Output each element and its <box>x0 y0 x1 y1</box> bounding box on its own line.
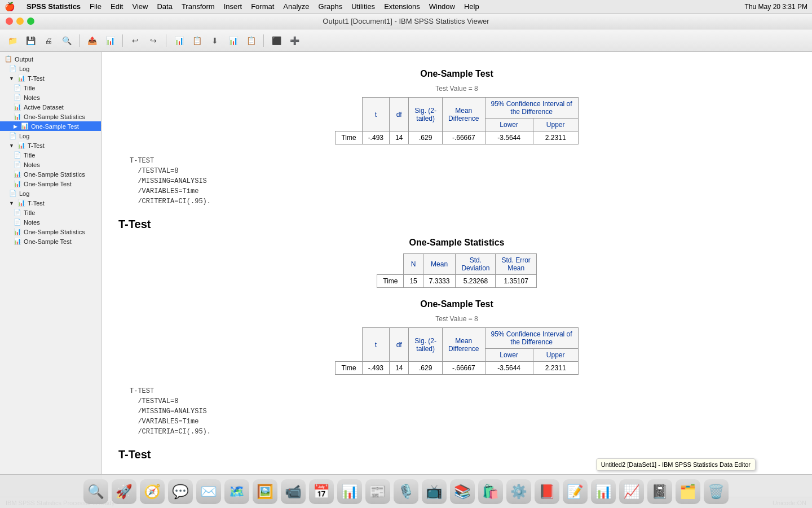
menubar-window[interactable]: Window <box>425 1 460 12</box>
sidebar-item-ttest2[interactable]: ▼ 📊 T-Test <box>0 141 101 150</box>
dock-books[interactable]: 📚 <box>450 479 475 504</box>
dock-trash[interactable]: 🗑️ <box>704 479 729 504</box>
col-lower-2: Lower <box>485 349 533 362</box>
col-std-err: Std. ErrorMean <box>496 254 536 275</box>
promote-button[interactable]: 📊 <box>225 33 241 49</box>
sidebar-title1-label: Title <box>24 85 35 91</box>
sidebar-item-one-sample-test2[interactable]: 📊 One-Sample Test <box>0 179 101 189</box>
sidebar-item-log1[interactable]: 📄 Log <box>0 64 101 73</box>
sidebar-item-ttest1[interactable]: ▼ 📊 T-Test <box>0 73 101 83</box>
cell-lower-1: -3.5644 <box>485 132 533 144</box>
close-button[interactable] <box>6 17 13 25</box>
demote-button[interactable]: 📋 <box>243 33 259 49</box>
sidebar-item-ttest3[interactable]: ▼ 📊 T-Test <box>0 198 101 208</box>
sidebar-notes3-label: Notes <box>24 219 40 226</box>
menubar-transform[interactable]: Transform <box>177 1 219 12</box>
sidebar-item-one-sample-test3[interactable]: 📊 One-Sample Test <box>0 237 101 246</box>
dock-numbers[interactable]: 📊 <box>337 479 362 504</box>
sidebar-item-title2[interactable]: 📄 Title <box>0 150 101 160</box>
sidebar-log1-label: Log <box>19 65 29 72</box>
cell-n: 15 <box>404 275 423 288</box>
menubar-format[interactable]: Format <box>246 1 279 12</box>
content-area[interactable]: ➤ One-Sample Test Test Value = 8 t df Si… <box>102 52 812 497</box>
insert-title-button[interactable]: 📋 <box>189 33 205 49</box>
menubar-extensions[interactable]: Extensions <box>379 1 425 12</box>
one-sample-test-section-1: One-Sample Test Test Value = 8 t df Sig.… <box>118 69 795 144</box>
title2-icon: 📄 <box>14 151 21 159</box>
insert-output-button[interactable]: 📊 <box>171 33 187 49</box>
sidebar-item-output[interactable]: 📋 Output <box>0 54 101 64</box>
sidebar-item-notes3[interactable]: 📄 Notes <box>0 217 101 227</box>
sidebar-item-one-sample-stats1[interactable]: 📊 One-Sample Statistics <box>0 112 101 121</box>
menubar-edit[interactable]: Edit <box>106 1 127 12</box>
sidebar-item-log3[interactable]: 📄 Log <box>0 189 101 198</box>
oss1-icon: 📊 <box>14 113 21 120</box>
maximize-button[interactable] <box>27 17 34 25</box>
sidebar-oss2-label: One-Sample Statistics <box>24 171 85 178</box>
dock-word[interactable]: 📝 <box>563 479 588 504</box>
dock-calendar[interactable]: 📅 <box>309 479 334 504</box>
sidebar-item-title1[interactable]: 📄 Title <box>0 83 101 93</box>
dock-apple-tv[interactable]: 📺 <box>422 479 447 504</box>
ttest3-icon: 📊 <box>17 199 25 207</box>
redo-button[interactable]: ↪ <box>145 33 161 49</box>
dock-safari[interactable]: 🧭 <box>140 479 165 504</box>
select-all-button[interactable]: ⬛ <box>268 33 284 49</box>
one-sample-stats-title: One-Sample Statistics <box>118 238 795 248</box>
sidebar-item-notes2[interactable]: 📄 Notes <box>0 160 101 169</box>
cell-mean-diff-2: -.66667 <box>443 362 485 375</box>
dock-facetime[interactable]: 📹 <box>281 479 306 504</box>
dock-launchpad[interactable]: 🚀 <box>112 479 136 504</box>
sidebar-item-notes1[interactable]: 📄 Notes <box>0 93 101 102</box>
t-test-heading-1: T-Test <box>118 218 795 231</box>
one-sample-test-table-2: t df Sig. (2-tailed) MeanDifference 95% … <box>335 327 578 375</box>
dock-excel[interactable]: 📈 <box>619 479 644 504</box>
separator-1 <box>79 34 80 47</box>
dock-app-store[interactable]: 🛍️ <box>478 479 503 504</box>
sidebar-item-log2[interactable]: 📄 Log <box>0 131 101 141</box>
dock-system-pref[interactable]: ⚙️ <box>506 479 531 504</box>
ttest1-arrow: ▼ <box>9 76 14 81</box>
add-button[interactable]: ➕ <box>286 33 302 49</box>
menubar-right: Thu May 20 3:31 PM <box>745 3 807 11</box>
dock-mail[interactable]: ✉️ <box>196 479 221 504</box>
sidebar-item-one-sample-test1[interactable]: ▶ 📊 One-Sample Test <box>0 121 101 131</box>
menubar-view[interactable]: View <box>127 1 152 12</box>
find-button[interactable]: 🔍 <box>59 33 74 49</box>
menubar-spss[interactable]: SPSS Statistics <box>22 1 85 12</box>
menubar-help[interactable]: Help <box>460 1 484 12</box>
dock-finder[interactable]: 🔍 <box>83 479 108 504</box>
chart-button[interactable]: 📊 <box>102 33 118 49</box>
dock-acrobat[interactable]: 📕 <box>535 479 559 504</box>
sidebar-item-one-sample-stats2[interactable]: 📊 One-Sample Statistics <box>0 169 101 179</box>
dock-maps[interactable]: 🗺️ <box>224 479 249 504</box>
dock-powerpoint[interactable]: 📊 <box>591 479 616 504</box>
apple-menu[interactable]: 🍎 <box>5 2 15 12</box>
open-button[interactable]: 📁 <box>5 33 20 49</box>
save-button[interactable]: 💾 <box>23 33 38 49</box>
menubar-insert[interactable]: Insert <box>219 1 247 12</box>
dock-podcasts[interactable]: 🎙️ <box>394 479 418 504</box>
table-row: Time -.493 14 .629 -.66667 -3.5644 2.231… <box>336 132 578 144</box>
collapse-button[interactable]: ⬇ <box>207 33 223 49</box>
dock-messages[interactable]: 💬 <box>168 479 193 504</box>
dock-onenote[interactable]: 📓 <box>647 479 672 504</box>
menubar-utilities[interactable]: Utilities <box>347 1 379 12</box>
sidebar-item-one-sample-stats3[interactable]: 📊 One-Sample Statistics <box>0 227 101 237</box>
menubar-data[interactable]: Data <box>152 1 176 12</box>
sidebar-item-active-dataset[interactable]: 📊 Active Dataset <box>0 102 101 112</box>
menubar-analyze[interactable]: Analyze <box>279 1 314 12</box>
sidebar-item-title3[interactable]: 📄 Title <box>0 208 101 217</box>
dock-finder2[interactable]: 🗂️ <box>676 479 700 504</box>
cell-df-1: 14 <box>389 132 408 144</box>
dock-photos[interactable]: 🖼️ <box>253 479 277 504</box>
export-button[interactable]: 📤 <box>84 33 100 49</box>
minimize-button[interactable] <box>16 17 24 25</box>
dock-news[interactable]: 📰 <box>365 479 390 504</box>
sidebar-ttest1-label: T-Test <box>28 75 45 82</box>
print-button[interactable]: 🖨 <box>41 33 56 49</box>
undo-button[interactable]: ↩ <box>127 33 143 49</box>
menubar-graphs[interactable]: Graphs <box>314 1 347 12</box>
cell-t-1: -.493 <box>362 132 389 144</box>
menubar-file[interactable]: File <box>85 1 106 12</box>
